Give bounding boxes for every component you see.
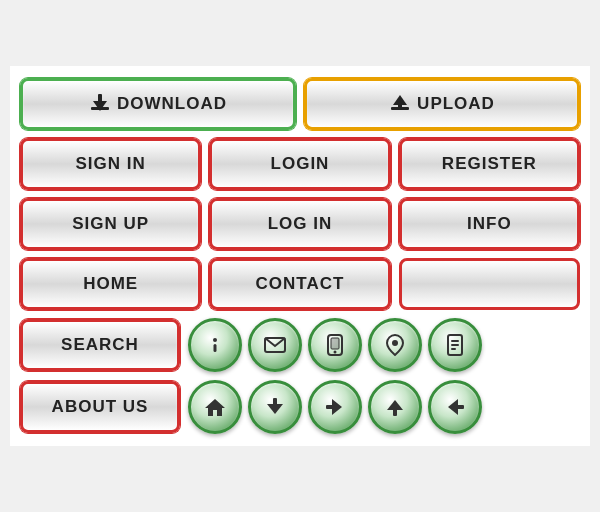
info-label: INFO bbox=[467, 214, 512, 234]
note-circle-button[interactable] bbox=[428, 318, 482, 372]
svg-rect-15 bbox=[451, 340, 459, 342]
svg-point-6 bbox=[213, 338, 217, 342]
svg-rect-24 bbox=[393, 408, 397, 416]
log-in-button[interactable]: LOG IN bbox=[209, 198, 390, 250]
email-circle-button[interactable] bbox=[248, 318, 302, 372]
svg-rect-16 bbox=[451, 344, 459, 346]
down-arrow-icon bbox=[262, 394, 288, 420]
svg-point-13 bbox=[392, 340, 398, 346]
row-3: SIGN UP LOG IN INFO bbox=[20, 198, 580, 250]
search-button[interactable]: SEARCH bbox=[20, 319, 180, 371]
row-6: ABOUT US bbox=[20, 380, 580, 434]
upload-button[interactable]: UPLOAD bbox=[304, 78, 580, 130]
home-label: HOME bbox=[83, 274, 138, 294]
up-circle-button[interactable] bbox=[368, 380, 422, 434]
phone-circle-button[interactable] bbox=[308, 318, 362, 372]
svg-rect-22 bbox=[326, 405, 334, 409]
info-circle-button[interactable] bbox=[188, 318, 242, 372]
home-circle-icon bbox=[202, 394, 228, 420]
circle-row-2 bbox=[188, 380, 482, 434]
download-label: DOWNLOAD bbox=[117, 94, 227, 114]
about-us-label: ABOUT US bbox=[52, 397, 149, 417]
download-icon bbox=[89, 93, 111, 115]
right-circle-button[interactable] bbox=[308, 380, 362, 434]
download-button[interactable]: DOWNLOAD bbox=[20, 78, 296, 130]
svg-rect-10 bbox=[331, 338, 339, 349]
empty-button bbox=[399, 258, 580, 310]
sign-up-label: SIGN UP bbox=[72, 214, 149, 234]
search-label: SEARCH bbox=[61, 335, 139, 355]
row-2: SIGN IN LOGIN REGISTER bbox=[20, 138, 580, 190]
about-us-button[interactable]: ABOUT US bbox=[20, 381, 180, 433]
sign-up-button[interactable]: SIGN UP bbox=[20, 198, 201, 250]
svg-marker-4 bbox=[393, 95, 407, 105]
row-4: HOME CONTACT bbox=[20, 258, 580, 310]
svg-rect-20 bbox=[273, 398, 277, 406]
contact-button[interactable]: CONTACT bbox=[209, 258, 390, 310]
circle-row-1 bbox=[188, 318, 482, 372]
left-circle-button[interactable] bbox=[428, 380, 482, 434]
location-circle-icon bbox=[382, 332, 408, 358]
home-button[interactable]: HOME bbox=[20, 258, 201, 310]
svg-rect-7 bbox=[214, 344, 217, 352]
svg-rect-2 bbox=[98, 94, 102, 103]
sign-in-button[interactable]: SIGN IN bbox=[20, 138, 201, 190]
info-button[interactable]: INFO bbox=[399, 198, 580, 250]
upload-label: UPLOAD bbox=[417, 94, 495, 114]
location-circle-button[interactable] bbox=[368, 318, 422, 372]
svg-rect-5 bbox=[398, 104, 402, 110]
register-button[interactable]: REGISTER bbox=[399, 138, 580, 190]
log-in-label: LOG IN bbox=[268, 214, 333, 234]
row-1: DOWNLOAD UPLOAD bbox=[20, 78, 580, 130]
svg-point-12 bbox=[334, 351, 337, 354]
svg-marker-18 bbox=[205, 399, 225, 416]
svg-rect-26 bbox=[456, 405, 464, 409]
svg-rect-17 bbox=[451, 348, 456, 350]
up-arrow-icon bbox=[382, 394, 408, 420]
main-container: DOWNLOAD UPLOAD SIGN IN LOGIN REGISTER bbox=[10, 66, 590, 446]
note-circle-icon bbox=[442, 332, 468, 358]
info-circle-icon bbox=[202, 332, 228, 358]
row-5: SEARCH bbox=[20, 318, 580, 372]
phone-circle-icon bbox=[322, 332, 348, 358]
contact-label: CONTACT bbox=[256, 274, 345, 294]
login-label: LOGIN bbox=[271, 154, 330, 174]
down-circle-button[interactable] bbox=[248, 380, 302, 434]
login-button[interactable]: LOGIN bbox=[209, 138, 390, 190]
home-circle-button[interactable] bbox=[188, 380, 242, 434]
upload-icon bbox=[389, 93, 411, 115]
email-circle-icon bbox=[262, 332, 288, 358]
right-arrow-icon bbox=[322, 394, 348, 420]
left-arrow-icon bbox=[442, 394, 468, 420]
sign-in-label: SIGN IN bbox=[76, 154, 146, 174]
register-label: REGISTER bbox=[442, 154, 537, 174]
